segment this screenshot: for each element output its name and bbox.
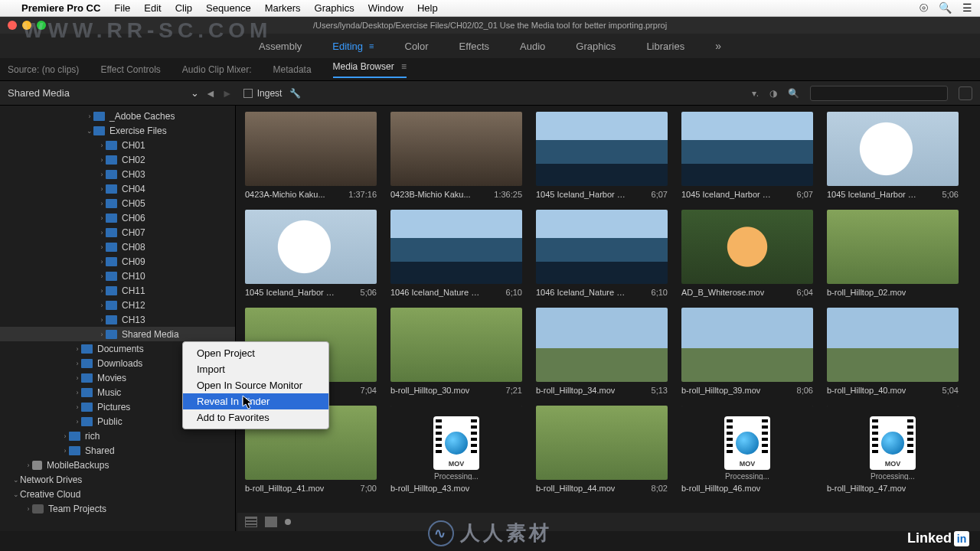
clip-item[interactable]: 0423A-Michio Kaku...1:37:16 [245,112,377,199]
clip-thumbnail[interactable] [390,210,522,284]
app-name[interactable]: Premiere Pro CC [21,2,100,14]
disclosure-icon[interactable]: › [24,461,32,469]
workspace-effects[interactable]: Effects [459,41,490,52]
panel-menu-icon[interactable]: ≡ [399,61,407,72]
context-menu-item[interactable]: Open In Source Monitor [183,377,328,393]
clip-thumbnail[interactable] [245,210,377,284]
cc-icon[interactable]: ⦾ [920,2,928,15]
disclosure-icon[interactable]: › [74,374,81,382]
tree-row[interactable]: ⌄Exercise Files [0,123,235,138]
clip-item[interactable]: MOVProcessing...b-roll_Hilltop_47.mov [827,406,959,493]
workspace-color[interactable]: Color [405,41,429,52]
clip-item[interactable]: 1046 Iceland_Nature Sc...6;10 [536,210,668,297]
clip-thumbnail[interactable] [681,308,813,382]
panel-tab-media-browser[interactable]: Media Browser ≡ [333,61,407,78]
workspace-audio[interactable]: Audio [520,41,545,52]
clip-thumbnail[interactable] [536,112,668,186]
disclosure-icon[interactable]: › [98,331,106,338]
tree-row[interactable]: ›CH11 [0,283,235,298]
clip-item[interactable]: MOVProcessing...b-roll_Hilltop_46.mov [681,406,813,493]
menu-help[interactable]: Help [417,2,438,14]
ingest-checkbox[interactable] [243,89,253,98]
workspace-overflow-icon[interactable]: » [715,40,721,52]
disclosure-icon[interactable]: › [74,418,81,425]
disclosure-icon[interactable]: › [74,389,81,396]
menu-edit[interactable]: Edit [144,2,161,14]
clip-thumbnail[interactable]: MOVProcessing... [390,406,522,480]
clip-thumbnail[interactable]: MOVProcessing... [827,406,959,480]
context-menu-item[interactable]: Open Project [183,345,328,361]
menu-sequence[interactable]: Sequence [206,2,251,14]
disclosure-icon[interactable]: › [86,112,93,120]
clip-thumbnail[interactable] [536,308,668,382]
disclosure-icon[interactable]: ⌄ [12,491,20,498]
menu-file[interactable]: File [114,2,130,14]
tree-row[interactable]: ⌄Network Drives [0,472,235,487]
search-input[interactable] [810,86,948,101]
clip-item[interactable]: b-roll_Hilltop_34.mov5;13 [536,308,668,395]
tree-row[interactable]: ›CH03 [0,167,235,181]
disclosure-icon[interactable]: › [98,200,106,207]
tree-row[interactable]: ›CH12 [0,298,235,312]
tree-row[interactable]: ›CH01 [0,138,235,152]
tree-row[interactable]: ›CH05 [0,196,235,210]
clip-thumbnail[interactable] [390,308,522,382]
tree-row[interactable]: ›rich [0,429,235,443]
ingest-toggle[interactable]: Ingest [243,88,283,99]
tree-row[interactable]: ›CH10 [0,269,235,283]
clip-grid-area[interactable]: 0423A-Michio Kaku...1:37:160423B-Michio … [236,106,980,531]
nav-back-icon[interactable]: ◄ [205,87,216,99]
new-folder-icon[interactable]: ◑ [769,88,777,99]
clip-thumbnail[interactable] [827,210,959,284]
search-icon[interactable]: 🔍 [788,88,799,99]
tree-row[interactable]: ›_Adobe Caches [0,109,235,123]
disclosure-icon[interactable]: › [98,214,106,222]
disclosure-icon[interactable]: › [98,258,106,266]
spotlight-icon[interactable]: 🔍 [939,2,952,15]
workspace-graphics[interactable]: Graphics [576,41,616,52]
nav-forward-icon[interactable]: ► [222,87,233,99]
folder-tree[interactable]: ›_Adobe Caches⌄Exercise Files›CH01›CH02›… [0,106,236,531]
disclosure-icon[interactable]: › [98,243,106,251]
disclosure-icon[interactable]: ⌄ [86,127,93,135]
clip-item[interactable]: 1046 Iceland_Nature Sc...6;10 [390,210,522,297]
disclosure-icon[interactable]: › [98,316,106,324]
workspace-libraries[interactable]: Libraries [646,41,684,52]
context-menu-item[interactable]: Import [183,361,328,377]
close-window-icon[interactable] [8,21,17,30]
clip-thumbnail[interactable] [245,112,377,186]
thumbnail-size-slider[interactable] [285,519,291,525]
clip-item[interactable]: b-roll_Hilltop_40.mov5;04 [827,308,959,395]
wrench-icon[interactable]: 🔧 [289,88,301,99]
disclosure-icon[interactable]: › [61,432,69,440]
disclosure-icon[interactable]: › [74,345,81,353]
clip-thumbnail[interactable]: MOVProcessing... [681,406,813,480]
tree-row[interactable]: ⌄Creative Cloud [0,487,235,501]
disclosure-icon[interactable]: › [98,287,106,295]
disclosure-icon[interactable]: › [74,403,81,411]
filter-icon[interactable]: ▾. [752,88,759,99]
disclosure-icon[interactable]: › [61,447,69,455]
context-menu-item[interactable]: Add to Favorites [183,409,328,425]
disclosure-icon[interactable]: › [98,142,106,149]
thumbnail-view-toggle-icon[interactable] [265,517,277,527]
clip-item[interactable]: 1045 Iceland_Harbor S...6;07 [681,112,813,199]
menu-list-icon[interactable]: ☰ [962,2,972,15]
menu-markers[interactable]: Markers [265,2,301,14]
clip-item[interactable]: 1045 Iceland_Harbor Sc...5;06 [827,112,959,199]
thumbnail-view-icon[interactable] [959,86,972,100]
disclosure-icon[interactable]: › [98,229,106,236]
disclosure-icon[interactable]: › [74,360,81,367]
menu-window[interactable]: Window [368,2,403,14]
clip-item[interactable]: 1045 Iceland_Harbor S...5;06 [245,210,377,297]
clip-item[interactable]: b-roll_Hilltop_44.mov8;02 [536,406,668,493]
panel-tab-source[interactable]: Source: (no clips) [8,64,79,75]
clip-item[interactable]: 0423B-Michio Kaku...1:36:25 [390,112,522,199]
clip-item[interactable]: 1045 Iceland_Harbor Sc...6;07 [536,112,668,199]
context-menu[interactable]: Open ProjectImportOpen In Source Monitor… [182,341,329,429]
tree-row[interactable]: ›Shared [0,443,235,458]
menu-clip[interactable]: Clip [175,2,192,14]
disclosure-icon[interactable]: › [98,302,106,309]
clip-item[interactable]: b-roll_Hilltop_39.mov8;06 [681,308,813,395]
panel-tab-effect-controls[interactable]: Effect Controls [100,64,160,75]
